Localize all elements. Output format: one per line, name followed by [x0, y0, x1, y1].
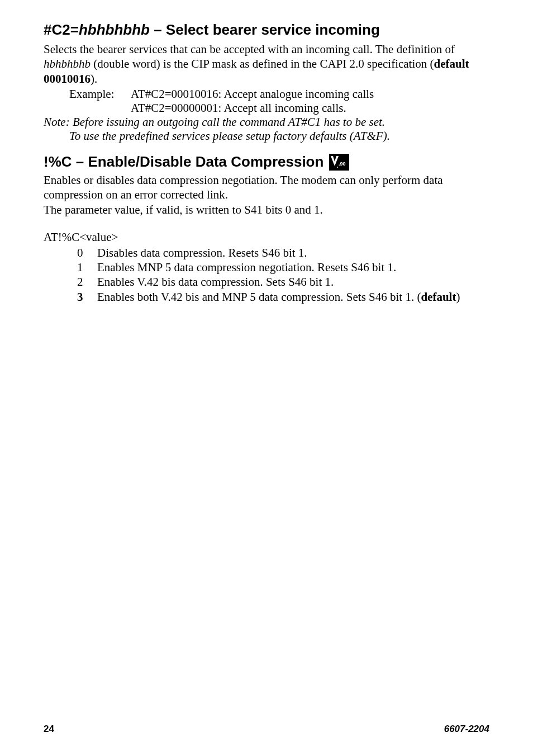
para1-italic: hbhbhbhb	[44, 57, 91, 70]
list-indent-spacer	[44, 290, 77, 304]
list-text: Disables data compression. Resets S46 bi…	[97, 245, 489, 260]
example-value-1: AT#C2=00010016: Accept analogue incoming…	[131, 87, 489, 101]
section2-para1: Enables or disables data compression neg…	[44, 173, 489, 202]
para1-a: Selects the bearer services that can be …	[44, 42, 455, 56]
example-block: Example: AT#C2=00010016: Accept analogue…	[44, 87, 489, 115]
svg-point-2	[337, 167, 338, 168]
section2-heading-row: !%C – Enable/Disable Data Compression .9…	[44, 153, 489, 171]
list-item: 3 Enables both V.42 bis and MNP 5 data c…	[44, 290, 489, 304]
list-item: 0 Disables data compression. Resets S46 …	[44, 245, 489, 260]
section2-heading: !%C – Enable/Disable Data Compression	[44, 153, 323, 171]
page-footer: 24 6607-2204	[44, 724, 489, 735]
list-number: 3	[77, 290, 97, 304]
heading-italic: hbhbhbhb	[79, 21, 150, 38]
section1-paragraph: Selects the bearer services that can be …	[44, 42, 489, 86]
list-item: 2 Enables V.42 bis data compression. Set…	[44, 275, 489, 289]
list-indent-spacer	[44, 260, 77, 275]
list-indent-spacer	[44, 275, 77, 289]
at-command-line: AT!%C<value>	[44, 230, 489, 244]
list-text-bold: default	[421, 290, 456, 304]
section2-para2: The parameter value, if valid, is writte…	[44, 202, 489, 217]
section1-heading: #C2=hbhbhbhb – Select bearer service inc…	[44, 21, 489, 39]
example-line-1: Example: AT#C2=00010016: Accept analogue…	[44, 87, 489, 101]
svg-text:.90: .90	[339, 161, 346, 167]
document-number: 6607-2204	[444, 724, 489, 735]
page-number: 24	[44, 724, 54, 735]
example-value-2: AT#C2=00000001: Accept all incoming call…	[131, 101, 489, 115]
list-item: 1 Enables MNP 5 data compression negotia…	[44, 260, 489, 275]
note-line-1: Note: Before issuing an outgoing call th…	[44, 115, 489, 129]
list-text-main: Enables both V.42 bis and MNP 5 data com…	[97, 290, 421, 304]
value-list: 0 Disables data compression. Resets S46 …	[44, 245, 489, 304]
list-number: 1	[77, 260, 97, 275]
heading-prefix: #C2=	[44, 21, 79, 38]
v90-icon: .90	[329, 154, 349, 171]
para1-b: (double word) is the CIP mask as defined…	[91, 57, 434, 70]
list-text-close: )	[456, 290, 460, 304]
note-block: Note: Before issuing an outgoing call th…	[44, 115, 489, 143]
list-text: Enables V.42 bis data compression. Sets …	[97, 275, 489, 289]
list-number: 0	[77, 245, 97, 260]
example-label-empty	[69, 101, 131, 115]
example-line-2: AT#C2=00000001: Accept all incoming call…	[44, 101, 489, 115]
list-number: 2	[77, 275, 97, 289]
list-indent-spacer	[44, 245, 77, 260]
example-indent-spacer	[44, 101, 69, 115]
example-indent-spacer	[44, 87, 69, 101]
list-text: Enables MNP 5 data compression negotiati…	[97, 260, 489, 275]
document-page: #C2=hbhbhbhb – Select bearer service inc…	[0, 0, 533, 304]
para1-c: ).	[91, 72, 97, 86]
list-text: Enables both V.42 bis and MNP 5 data com…	[97, 290, 489, 304]
heading-suffix: – Select bearer service incoming	[150, 21, 380, 38]
example-label: Example:	[69, 87, 131, 101]
note-line-2: To use the predefined services please se…	[69, 129, 489, 143]
